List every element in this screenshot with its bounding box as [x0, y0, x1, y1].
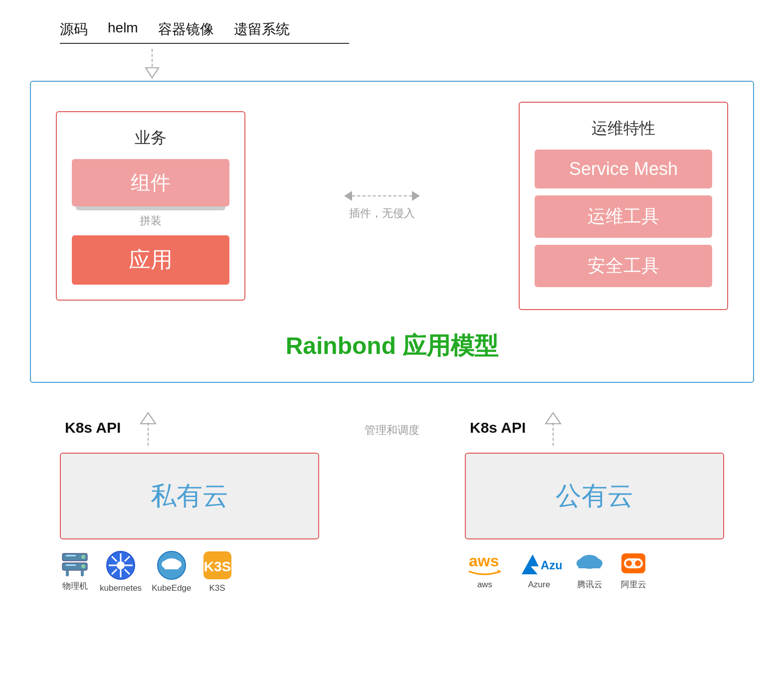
- private-cloud-column: K8s API 私有云: [45, 408, 334, 593]
- azure-icon: Azure: [517, 550, 562, 578]
- tencent-icon: [574, 549, 605, 577]
- icon-k3s: K3S K3S: [201, 549, 233, 593]
- svg-point-13: [81, 564, 85, 568]
- bottom-section: K8s API 私有云: [30, 408, 754, 593]
- rainbond-model-box: 业务 组件 拼装 应用 插件，无侵入 运维特性 Service Mesh 运维工…: [30, 81, 754, 383]
- management-label: 管理和调度: [334, 408, 450, 438]
- rainbond-model-title: Rainbond 应用模型: [56, 330, 728, 362]
- ops-title: 运维特性: [535, 118, 712, 140]
- svg-marker-6: [141, 413, 156, 424]
- source-item-helm: helm: [108, 20, 138, 39]
- kubeedge-icon: [156, 549, 188, 581]
- svg-line-35: [167, 570, 168, 574]
- svg-marker-1: [146, 68, 159, 78]
- icon-aws: aws aws: [465, 550, 505, 590]
- ops-devops-tools: 运维工具: [535, 195, 712, 238]
- icon-tencent: 腾讯云: [574, 549, 605, 590]
- svg-text:Azure: Azure: [541, 558, 562, 572]
- k8s-api-left-row: K8s API: [45, 408, 334, 448]
- svg-point-11: [81, 555, 85, 559]
- svg-line-42: [546, 413, 553, 424]
- aws-label: aws: [477, 580, 492, 590]
- business-title: 业务: [72, 127, 229, 149]
- private-cloud-label: 私有云: [151, 481, 228, 510]
- assemble-label: 拼装: [72, 213, 229, 228]
- svg-text:K3S: K3S: [203, 559, 230, 574]
- svg-rect-34: [165, 563, 179, 569]
- server-label: 物理机: [62, 580, 88, 592]
- tencent-label: 腾讯云: [577, 579, 602, 590]
- k8s-api-right-label: K8s API: [470, 419, 526, 436]
- svg-line-43: [553, 413, 561, 424]
- ops-security-tools: 安全工具: [535, 245, 712, 287]
- public-cloud-column: K8s API 公有云 aws aws: [450, 408, 739, 590]
- public-cloud-icons: aws aws Azure Azure: [465, 549, 724, 590]
- icon-kubeedge: KubeEdge: [152, 549, 191, 593]
- k3s-icon: K3S: [201, 549, 233, 581]
- svg-rect-15: [66, 564, 76, 566]
- svg-line-36: [171, 570, 172, 574]
- aliyun-icon: [617, 549, 649, 577]
- horizontal-arrow: [344, 191, 420, 201]
- source-item-legacy: 遗留系统: [234, 20, 290, 39]
- ops-box: 运维特性 Service Mesh 运维工具 安全工具: [519, 102, 728, 310]
- private-cloud-icons: 物理机 kubernetes: [60, 549, 319, 593]
- svg-marker-41: [546, 413, 561, 424]
- k3s-label: K3S: [209, 583, 225, 593]
- dashed-arrow-down: [135, 49, 754, 81]
- svg-point-20: [117, 561, 125, 569]
- k8s-label: kubernetes: [100, 583, 142, 593]
- svg-line-7: [141, 413, 148, 424]
- public-cloud-box: 公有云: [465, 453, 724, 539]
- middle-arrow-area: 插件，无侵入: [260, 191, 504, 221]
- svg-rect-14: [66, 555, 76, 556]
- azure-label: Azure: [528, 580, 550, 590]
- rainbond-title-en: Rainbond: [286, 333, 396, 359]
- app-block: 应用: [72, 235, 229, 285]
- business-box: 业务 组件 拼装 应用: [56, 111, 245, 301]
- icon-server: 物理机: [60, 551, 90, 592]
- svg-rect-16: [66, 570, 69, 576]
- icon-azure: Azure Azure: [517, 550, 562, 590]
- dashed-up-arrow-right: [536, 408, 571, 448]
- rainbond-inner-content: 业务 组件 拼装 应用 插件，无侵入 运维特性 Service Mesh 运维工…: [56, 102, 728, 310]
- svg-text:aws: aws: [469, 552, 499, 570]
- source-item-container: 容器镜像: [158, 20, 214, 39]
- svg-rect-17: [81, 570, 84, 576]
- kubernetes-icon: [105, 549, 137, 581]
- icon-aliyun: 阿里云: [617, 549, 649, 590]
- ops-service-mesh: Service Mesh: [535, 150, 712, 188]
- aws-icon: aws: [465, 550, 505, 578]
- k8s-api-right-row: K8s API: [450, 408, 739, 448]
- icon-kubernetes: kubernetes: [100, 549, 142, 593]
- svg-line-37: [175, 570, 176, 574]
- svg-marker-47: [522, 554, 539, 574]
- k8s-api-left-label: K8s API: [65, 419, 121, 436]
- kubeedge-label: KubeEdge: [152, 583, 191, 593]
- public-cloud-label: 公有云: [556, 481, 633, 510]
- svg-line-3: [152, 68, 159, 78]
- svg-rect-52: [579, 561, 600, 568]
- private-cloud-box: 私有云: [60, 453, 319, 539]
- component-block: 组件: [72, 159, 229, 206]
- svg-line-8: [148, 413, 156, 424]
- source-bar: 源码 helm 容器镜像 遗留系统: [60, 20, 349, 44]
- rainbond-title-cn: 应用模型: [402, 333, 498, 359]
- svg-line-2: [146, 68, 152, 78]
- source-item-code: 源码: [60, 20, 88, 39]
- aliyun-label: 阿里云: [621, 579, 646, 590]
- dashed-up-arrow-left: [131, 408, 166, 448]
- server-icon: [60, 551, 90, 578]
- plugin-label: 插件，无侵入: [349, 206, 415, 221]
